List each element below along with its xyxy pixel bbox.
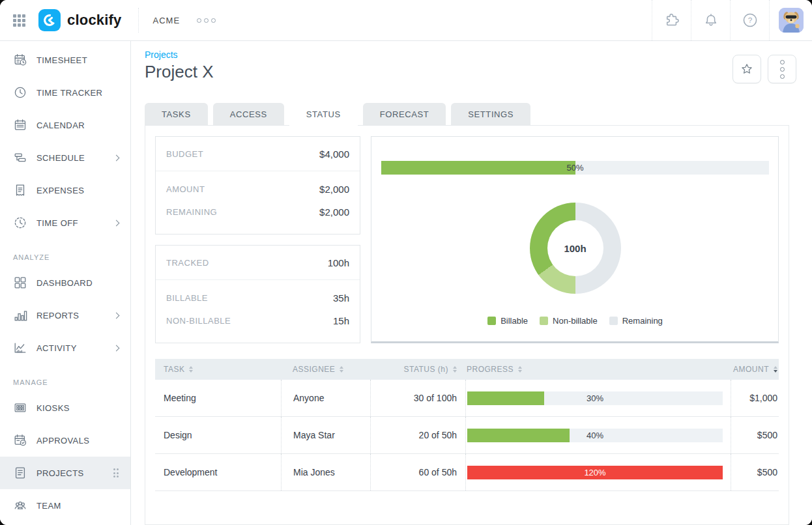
sidebar-item-label: TIMESHEET [36,55,87,65]
sort-icon [453,366,457,373]
sidebar-item-label: APPROVALS [36,436,89,446]
chart-card: 50% 100h Billable Non-b [371,136,779,343]
task-cell: Development [155,467,281,477]
stat-row: BILLABLE 35h [166,287,349,309]
legend-item-remaining: Remaining [609,316,663,326]
sidebar-item-label: ACTIVITY [36,343,77,353]
assignee-cell: Anyone [281,380,370,416]
user-menu[interactable] [769,0,812,40]
column-header-assignee[interactable]: ASSIGNEE [281,365,370,374]
stat-row: AMOUNT $2,000 [166,178,349,201]
sidebar-item-time-tracker[interactable]: TIME TRACKER [0,76,130,109]
sort-icon [774,366,777,373]
tab-settings[interactable]: SETTINGS [451,103,530,125]
receipt-icon [13,183,27,197]
help-button[interactable]: ? [730,0,769,40]
approvals-icon [13,433,27,447]
sidebar-item-time-off[interactable]: TIME OFF [0,206,130,239]
progress-bar: 40% [467,429,723,442]
sidebar-item-kiosks[interactable]: KIOSKS [0,391,130,424]
remaining-label: REMAINING [166,207,217,217]
sidebar-item-activity[interactable]: ACTIVITY [0,332,130,364]
sidebar-item-label: TEAM [36,501,61,511]
amount-cell: $500 [731,417,779,453]
chart-legend: Billable Non-billable Remaining [487,316,663,326]
clock-icon [13,85,27,100]
sort-icon [518,366,522,373]
budget-progress-bar: 50% [381,161,769,175]
status-cell: 20 of 50h [370,417,465,453]
team-icon [13,498,27,513]
clockify-logo[interactable]: clockify [38,9,122,31]
activity-icon [13,341,27,355]
status-cell: 60 of 50h [370,454,465,490]
sidebar-section-analyze: ANALYZE [0,239,130,266]
sidebar-item-timesheet[interactable]: TIMESHEET [0,44,130,76]
tab-forecast[interactable]: FORECAST [363,103,446,125]
column-header-progress[interactable]: PROGRESS [465,365,731,374]
sidebar-item-label: PROJECTS [36,468,84,478]
apps-grid-icon[interactable] [13,14,25,27]
more-options-button[interactable] [768,55,796,83]
sidebar-item-label: KIOSKS [36,403,70,413]
column-header-status[interactable]: STATUS (h) [370,365,465,374]
legend-swatch [487,317,496,325]
extensions-button[interactable] [652,0,691,40]
legend-swatch [540,317,548,325]
tracked-value: 100h [328,257,349,268]
tracked-card: TRACKED 100h BILLABLE 35h NON-BILLABLE [155,245,360,343]
table-row[interactable]: Meeting Anyone 30 of 100h 30% $1,000 [155,380,779,417]
sidebar: TIMESHEET TIME TRACKER CALENDAR [0,41,131,525]
sidebar-item-team[interactable]: TEAM [0,489,130,522]
chevron-right-icon [113,345,120,351]
breadcrumb[interactable]: Projects [145,50,214,60]
sidebar-item-approvals[interactable]: APPROVALS [0,424,130,457]
tracked-label: TRACKED [166,258,209,268]
sort-icon [189,366,193,373]
column-header-amount[interactable]: AMOUNT [731,365,779,374]
workspace-name[interactable]: ACME [153,16,181,25]
budget-value: $4,000 [319,149,349,160]
avatar [779,8,804,33]
puzzle-icon [663,12,680,29]
header-actions [732,50,796,83]
task-cell: Meeting [155,393,281,403]
kebab-icon [780,60,785,79]
sidebar-item-label: EXPENSES [36,186,84,195]
amount-label: AMOUNT [166,184,205,194]
sidebar-item-projects[interactable]: PROJECTS [0,457,130,489]
progress-label: 40% [467,429,723,442]
topbar-right: ? [652,0,812,40]
sidebar-item-dashboard[interactable]: DASHBOARD [0,266,130,299]
help-icon: ? [741,11,759,29]
favorite-button[interactable] [732,55,761,83]
chevron-right-icon [113,154,120,161]
sidebar-item-expenses[interactable]: EXPENSES [0,174,130,206]
column-header-task[interactable]: TASK [155,365,281,374]
sidebar-item-label: DASHBOARD [36,278,93,288]
progress-label: 30% [467,391,723,405]
budget-card: BUDGET $4,000 AMOUNT $2,000 REMAINING [155,136,360,234]
sidebar-item-calendar[interactable]: CALENDAR [0,109,130,141]
drag-handle-icon[interactable] [113,468,119,477]
tab-status[interactable]: STATUS [289,103,358,126]
notifications-button[interactable] [691,0,730,40]
page-title: Project X [145,62,214,82]
table-row[interactable]: Design Maya Star 20 of 50h 40% $500 [155,417,779,454]
chevron-right-icon [113,220,120,226]
tracked-hours-donut: 100h [530,203,621,294]
svg-text:?: ? [747,16,752,24]
status-panel: BUDGET $4,000 AMOUNT $2,000 REMAINING [145,125,789,525]
reports-icon [13,308,27,322]
table-row[interactable]: Development Mia Jones 60 of 50h 120% $50… [155,454,779,491]
amount-cell: $500 [731,454,779,490]
workspace-options-button[interactable] [194,16,218,25]
page-header: Projects Project X [131,41,812,83]
tab-access[interactable]: ACCESS [213,103,284,125]
progress-cell: 30% [465,380,731,416]
calendar-icon [13,118,27,132]
sidebar-item-reports[interactable]: REPORTS [0,299,130,332]
tab-tasks[interactable]: TASKS [145,103,208,125]
sidebar-item-schedule[interactable]: SCHEDULE [0,141,130,174]
clockify-logo-text: clockify [67,12,122,29]
